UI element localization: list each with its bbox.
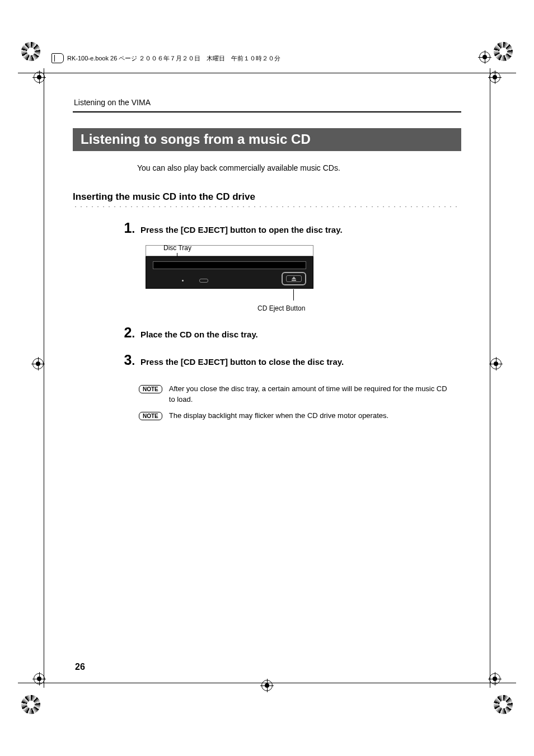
section-title: Listening to songs from a music CD <box>73 128 461 151</box>
step-1: 1. Press the [CD EJECT] button to open t… <box>115 220 461 236</box>
print-header: RK-100-e.book 26 ページ ２００６年７月２０日 木曜日 午前１０… <box>51 53 331 63</box>
divider-thick <box>73 111 461 112</box>
registration-mark-icon <box>34 72 45 83</box>
dotted-divider <box>73 206 461 208</box>
intro-text: You can also play back commercially avai… <box>137 163 461 172</box>
step-text: Place the CD on the disc tray. <box>140 327 461 339</box>
step-3: 3. Press the [CD EJECT] button to close … <box>115 352 461 368</box>
print-header-text: RK-100-e.book 26 ページ ２００６年７月２０日 木曜日 午前１０… <box>67 54 280 63</box>
note-badge: NOTE <box>139 412 162 420</box>
led-icon <box>182 280 184 281</box>
registration-mark-icon <box>32 358 44 369</box>
book-icon <box>51 53 64 63</box>
cd-drive-diagram: Disc Tray CD Eject Button <box>146 245 313 289</box>
disc-slot <box>153 261 306 269</box>
eject-bar-icon <box>292 280 296 281</box>
note-badge: NOTE <box>139 385 162 393</box>
step-2: 2. Place the CD on the disc tray. <box>115 325 461 341</box>
drive-button-icon <box>199 279 208 283</box>
registration-mark-icon <box>490 358 502 369</box>
disc-tray-label: Disc Tray <box>163 244 191 252</box>
cd-drive-body <box>146 256 313 289</box>
eject-button-icon <box>282 272 306 285</box>
running-head: Listening on the VIMA <box>73 98 461 107</box>
color-wheel-icon <box>494 42 513 61</box>
eject-triangle-icon <box>292 276 296 279</box>
step-number: 2. <box>115 325 135 341</box>
color-wheel-icon <box>21 695 40 714</box>
note-1: NOTE After you close the disc tray, a ce… <box>139 384 450 405</box>
step-number: 3. <box>115 352 135 368</box>
registration-mark-icon <box>479 51 490 63</box>
color-wheel-icon <box>494 695 513 714</box>
step-text: Press the [CD EJECT] button to close the… <box>140 355 461 367</box>
page-content: Listening on the VIMA Listening to songs… <box>73 98 461 666</box>
step-number: 1. <box>115 220 135 236</box>
note-text: After you close the disc tray, a certain… <box>169 384 450 405</box>
pointer-line <box>293 289 294 300</box>
step-text: Press the [CD EJECT] button to open the … <box>140 223 461 234</box>
note-text: The display backlight may flicker when t… <box>169 411 450 421</box>
color-wheel-icon <box>21 42 40 61</box>
page-number: 26 <box>75 662 85 672</box>
subsection-title: Inserting the music CD into the CD drive <box>73 191 461 203</box>
cd-eject-label: CD Eject Button <box>257 304 305 312</box>
note-2: NOTE The display backlight may flicker w… <box>139 411 450 421</box>
registration-mark-icon <box>489 72 500 83</box>
